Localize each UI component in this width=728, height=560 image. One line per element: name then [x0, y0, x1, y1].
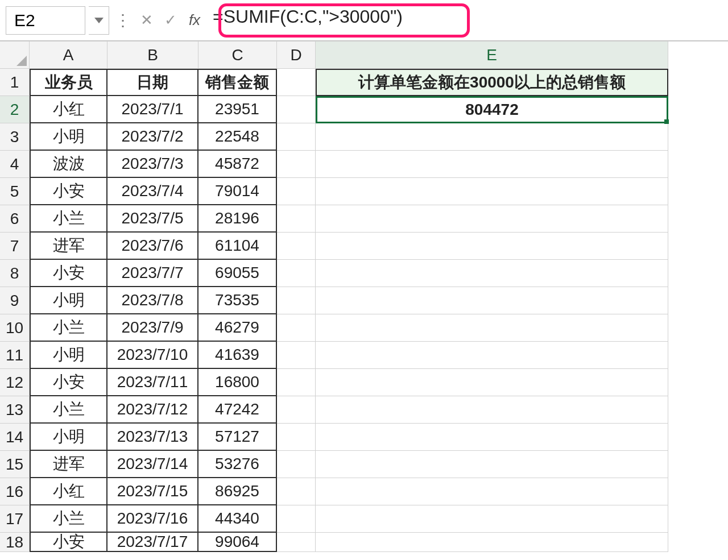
cell-B16[interactable]: 2023/7/15 [107, 478, 198, 505]
cell-A8[interactable]: 小安 [30, 260, 107, 287]
cell-E14[interactable] [316, 424, 668, 451]
name-box-dropdown[interactable] [89, 6, 109, 35]
cell-C1[interactable]: 销售金额 [198, 69, 277, 96]
cell-B15[interactable]: 2023/7/14 [107, 451, 198, 478]
formula-input[interactable]: =SUMIF(C:C,">30000") [208, 6, 722, 35]
cell-C11[interactable]: 41639 [198, 342, 277, 369]
spreadsheet-grid[interactable]: A B C D E 1 业务员 日期 销售金额 计算单笔金额在30000以上的总… [0, 41, 728, 560]
cell-B6[interactable]: 2023/7/5 [107, 205, 198, 233]
cell-B5[interactable]: 2023/7/4 [107, 178, 198, 205]
cell-C13[interactable]: 47242 [198, 396, 277, 424]
name-box[interactable]: E2 [6, 6, 85, 35]
cell-B2[interactable]: 2023/7/1 [107, 96, 198, 123]
row-header-5[interactable]: 5 [0, 178, 30, 205]
col-header-E[interactable]: E [316, 42, 668, 69]
insert-function-button[interactable]: fx [184, 10, 205, 31]
cell-A2[interactable]: 小红 [30, 96, 107, 123]
cancel-formula-button[interactable]: ✕ [136, 10, 157, 31]
row-header-8[interactable]: 8 [0, 260, 30, 287]
cell-E9[interactable] [316, 287, 668, 314]
cell-B13[interactable]: 2023/7/12 [107, 396, 198, 424]
cell-A1[interactable]: 业务员 [30, 69, 107, 96]
row-header-9[interactable]: 9 [0, 287, 30, 314]
cell-B14[interactable]: 2023/7/13 [107, 424, 198, 451]
cell-B10[interactable]: 2023/7/9 [107, 314, 198, 342]
cell-C4[interactable]: 45872 [198, 151, 277, 178]
cell-D17[interactable] [277, 505, 316, 533]
cell-D3[interactable] [277, 123, 316, 151]
row-header-4[interactable]: 4 [0, 151, 30, 178]
row-header-6[interactable]: 6 [0, 205, 30, 233]
cell-C3[interactable]: 22548 [198, 123, 277, 151]
cell-E12[interactable] [316, 369, 668, 396]
cell-B1[interactable]: 日期 [107, 69, 198, 96]
cell-D5[interactable] [277, 178, 316, 205]
accept-formula-button[interactable]: ✓ [160, 10, 181, 31]
row-header-10[interactable]: 10 [0, 314, 30, 342]
cell-D13[interactable] [277, 396, 316, 424]
cell-B4[interactable]: 2023/7/3 [107, 151, 198, 178]
cell-D15[interactable] [277, 451, 316, 478]
cell-E4[interactable] [316, 151, 668, 178]
cell-B9[interactable]: 2023/7/8 [107, 287, 198, 314]
cell-C16[interactable]: 86925 [198, 478, 277, 505]
row-header-7[interactable]: 7 [0, 233, 30, 260]
cell-D12[interactable] [277, 369, 316, 396]
cell-D4[interactable] [277, 151, 316, 178]
row-header-12[interactable]: 12 [0, 369, 30, 396]
row-header-16[interactable]: 16 [0, 478, 30, 505]
cell-C12[interactable]: 16800 [198, 369, 277, 396]
col-header-A[interactable]: A [30, 42, 107, 69]
cell-A16[interactable]: 小红 [30, 478, 107, 505]
cell-A17[interactable]: 小兰 [30, 505, 107, 533]
cell-E10[interactable] [316, 314, 668, 342]
cell-C17[interactable]: 44340 [198, 505, 277, 533]
cell-E15[interactable] [316, 451, 668, 478]
col-header-C[interactable]: C [198, 42, 277, 69]
cell-C15[interactable]: 53276 [198, 451, 277, 478]
select-all-cell[interactable] [0, 42, 30, 69]
col-header-B[interactable]: B [107, 42, 198, 69]
row-header-2[interactable]: 2 [0, 96, 30, 123]
row-header-14[interactable]: 14 [0, 424, 30, 451]
cell-A4[interactable]: 波波 [30, 151, 107, 178]
row-header-11[interactable]: 11 [0, 342, 30, 369]
cell-E1[interactable]: 计算单笔金额在30000以上的总销售额 [316, 69, 668, 96]
cell-A15[interactable]: 进军 [30, 451, 107, 478]
cell-E2[interactable]: 804472 [316, 96, 668, 123]
cell-C6[interactable]: 28196 [198, 205, 277, 233]
cell-D6[interactable] [277, 205, 316, 233]
cell-B17[interactable]: 2023/7/16 [107, 505, 198, 533]
cell-D1[interactable] [277, 69, 316, 96]
row-header-18[interactable]: 18 [0, 533, 30, 552]
row-header-1[interactable]: 1 [0, 69, 30, 96]
cell-B11[interactable]: 2023/7/10 [107, 342, 198, 369]
cell-C8[interactable]: 69055 [198, 260, 277, 287]
cell-C9[interactable]: 73535 [198, 287, 277, 314]
cell-A10[interactable]: 小兰 [30, 314, 107, 342]
cell-D7[interactable] [277, 233, 316, 260]
row-header-17[interactable]: 17 [0, 505, 30, 533]
cell-E11[interactable] [316, 342, 668, 369]
cell-B12[interactable]: 2023/7/11 [107, 369, 198, 396]
row-header-13[interactable]: 13 [0, 396, 30, 424]
cell-E17[interactable] [316, 505, 668, 533]
cell-A18[interactable]: 小安 [30, 533, 107, 552]
cell-A14[interactable]: 小明 [30, 424, 107, 451]
cell-D8[interactable] [277, 260, 316, 287]
cell-E6[interactable] [316, 205, 668, 233]
cell-B8[interactable]: 2023/7/7 [107, 260, 198, 287]
cell-A5[interactable]: 小安 [30, 178, 107, 205]
cell-C2[interactable]: 23951 [198, 96, 277, 123]
cell-A11[interactable]: 小明 [30, 342, 107, 369]
cell-E7[interactable] [316, 233, 668, 260]
cell-D2[interactable] [277, 96, 316, 123]
cell-D14[interactable] [277, 424, 316, 451]
cell-C5[interactable]: 79014 [198, 178, 277, 205]
cell-A6[interactable]: 小兰 [30, 205, 107, 233]
cell-E18[interactable] [316, 533, 668, 552]
cell-A9[interactable]: 小明 [30, 287, 107, 314]
cell-E8[interactable] [316, 260, 668, 287]
cell-B3[interactable]: 2023/7/2 [107, 123, 198, 151]
cell-C18[interactable]: 99064 [198, 533, 277, 552]
